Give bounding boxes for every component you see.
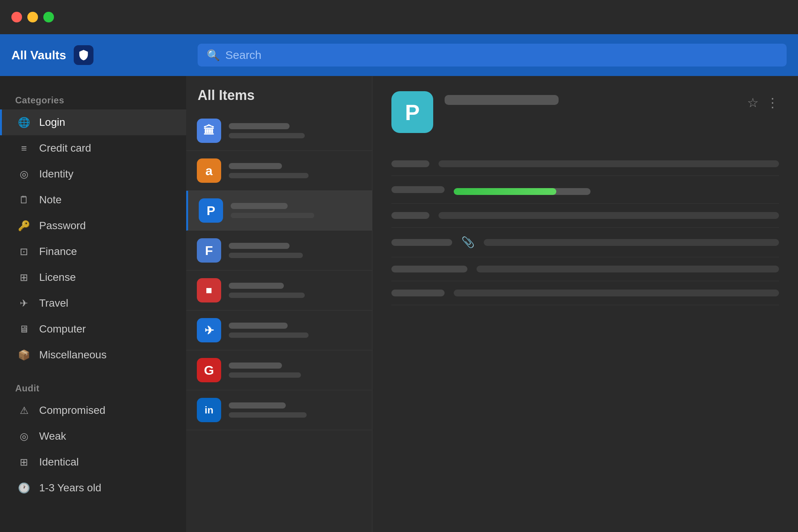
field-label	[391, 212, 429, 219]
app-container: All Vaults 🔍 Search Categories 🌐 Login ≡…	[0, 34, 798, 532]
sidebar-item-label: Credit card	[39, 142, 91, 154]
sidebar-item-identical[interactable]: ⊞ Identical	[0, 449, 186, 475]
item-icon: in	[197, 398, 221, 422]
list-item[interactable]: ✈	[186, 310, 372, 350]
sidebar-item-note[interactable]: 🗒 Note	[0, 187, 186, 213]
detail-actions: ☆ ⋮	[747, 91, 779, 110]
list-item[interactable]: P	[186, 191, 372, 231]
sidebar-item-label: Travel	[39, 297, 68, 309]
field-value	[477, 266, 779, 272]
list-item[interactable]: 🏛	[186, 111, 372, 151]
item-title-bar	[229, 123, 290, 129]
sidebar-item-password[interactable]: 🔑 Password	[0, 213, 186, 239]
strength-bar-background	[454, 188, 591, 195]
detail-fields: 📎	[391, 152, 779, 305]
list-item[interactable]: G	[186, 350, 372, 390]
field-row-attachment: 📎	[391, 228, 779, 257]
detail-app-icon-letter: P	[405, 100, 420, 125]
item-icon: ■	[197, 278, 221, 302]
favorite-button[interactable]: ☆	[747, 95, 758, 110]
field-value	[484, 239, 779, 246]
sidebar-item-label: Computer	[39, 323, 86, 335]
sidebar-item-label: Note	[39, 194, 62, 206]
item-sub-bar	[229, 372, 301, 378]
sidebar-item-identity[interactable]: ◎ Identity	[0, 161, 186, 187]
note-icon: 🗒	[17, 194, 31, 206]
warning-icon: ⚠	[17, 405, 31, 416]
list-item[interactable]: F	[186, 231, 372, 271]
sidebar-item-license[interactable]: ⊞ License	[0, 264, 186, 290]
item-sub-bar	[229, 133, 305, 138]
detail-app-icon: P	[391, 91, 433, 133]
item-text	[229, 402, 361, 418]
sidebar-item-computer[interactable]: 🖥 Computer	[0, 316, 186, 342]
item-list-header: All Items	[186, 76, 372, 111]
sidebar-item-label: Login	[39, 116, 65, 128]
header-left: All Vaults	[0, 34, 186, 76]
search-icon: 🔍	[207, 49, 220, 62]
sidebar-item-weak[interactable]: ◎ Weak	[0, 423, 186, 449]
item-text	[229, 363, 361, 378]
detail-title-area	[445, 91, 736, 110]
list-item[interactable]: ■	[186, 271, 372, 310]
item-icon: 🏛	[197, 119, 221, 143]
field-label	[391, 186, 445, 193]
password-strength-wrap	[454, 184, 779, 195]
sidebar-item-compromised[interactable]: ⚠ Compromised	[0, 397, 186, 423]
weak-icon: ◎	[17, 431, 31, 442]
item-text	[229, 123, 361, 138]
field-row	[391, 281, 779, 305]
field-row	[391, 152, 779, 176]
field-value	[439, 160, 779, 167]
search-placeholder-text: Search	[225, 49, 261, 62]
item-text	[229, 323, 361, 338]
list-item[interactable]: a	[186, 151, 372, 191]
clock-icon: 🕐	[17, 482, 31, 494]
sidebar-item-miscellaneous[interactable]: 📦 Miscellaneous	[0, 342, 186, 368]
item-text	[229, 243, 361, 258]
item-title-bar	[229, 243, 290, 249]
credit-card-icon: ≡	[17, 142, 31, 154]
traffic-lights	[11, 12, 54, 22]
sidebar-item-old[interactable]: 🕐 1-3 Years old	[0, 475, 186, 501]
item-icon: P	[199, 198, 223, 223]
item-sub-bar	[229, 332, 309, 338]
all-vaults-label[interactable]: All Vaults	[11, 48, 66, 62]
finance-icon: ⊡	[17, 246, 31, 258]
item-text	[229, 163, 361, 178]
sidebar-item-label: Weak	[39, 430, 66, 442]
more-options-button[interactable]: ⋮	[766, 95, 779, 110]
item-text	[231, 203, 361, 218]
close-button[interactable]	[11, 12, 22, 22]
body: Categories 🌐 Login ≡ Credit card ◎ Ident…	[0, 76, 798, 532]
field-label	[391, 290, 445, 296]
sidebar-item-credit-card[interactable]: ≡ Credit card	[0, 135, 186, 161]
item-text	[229, 283, 361, 298]
computer-icon: 🖥	[17, 323, 31, 335]
item-sub-bar	[229, 253, 303, 258]
search-bar[interactable]: 🔍 Search	[198, 44, 787, 66]
titlebar	[0, 0, 798, 34]
sidebar-item-travel[interactable]: ✈ Travel	[0, 290, 186, 316]
detail-title-bar	[445, 95, 559, 105]
field-label	[391, 266, 467, 272]
travel-icon: ✈	[17, 298, 31, 309]
header: All Vaults 🔍 Search	[0, 34, 798, 76]
identity-icon: ◎	[17, 168, 31, 180]
categories-label: Categories	[0, 87, 186, 109]
field-row	[391, 257, 779, 281]
item-sub-bar	[231, 213, 314, 218]
sidebar-item-label: Miscellaneous	[39, 349, 106, 361]
item-list: All Items 🏛 a P	[186, 76, 372, 532]
misc-icon: 📦	[17, 349, 31, 361]
maximize-button[interactable]	[43, 12, 54, 22]
vault-icon	[74, 45, 93, 65]
sidebar-item-login[interactable]: 🌐 Login	[0, 109, 186, 135]
key-icon: 🔑	[17, 220, 31, 232]
item-title-bar	[231, 203, 288, 209]
sidebar-item-finance[interactable]: ⊡ Finance	[0, 239, 186, 264]
minimize-button[interactable]	[27, 12, 38, 22]
field-row	[391, 204, 779, 228]
list-item[interactable]: in	[186, 390, 372, 430]
item-title-bar	[229, 283, 284, 289]
